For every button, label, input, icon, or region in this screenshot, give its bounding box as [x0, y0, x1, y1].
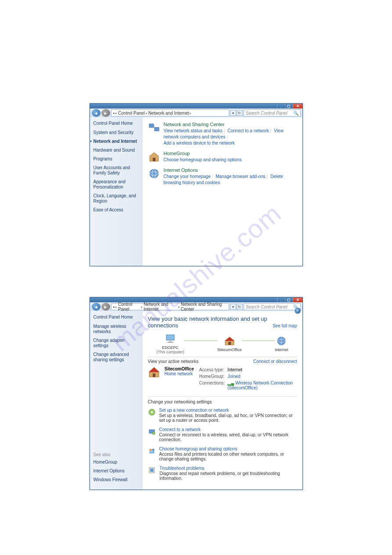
node-name: EDGEPC — [157, 345, 184, 350]
svg-rect-19 — [153, 374, 155, 377]
sidebar-item-network-internet[interactable]: Network and Internet — [94, 139, 139, 144]
chevron-right-icon: ▸ — [115, 111, 117, 115]
forward-button[interactable]: ► — [101, 303, 110, 311]
search-input[interactable]: Search Control Panel 🔍 — [244, 109, 301, 116]
sidebar-item-clock-language[interactable]: Clock, Language, and Region — [94, 193, 139, 204]
dropdown-button[interactable]: ▾ — [230, 304, 236, 310]
minimize-button[interactable]: _ — [277, 297, 285, 302]
node-internet: Internet — [275, 335, 288, 352]
task-troubleshoot[interactable]: Troubleshoot problems — [160, 466, 297, 471]
search-input[interactable]: Search Control Panel 🔍 — [244, 303, 301, 310]
see-full-map-link[interactable]: See full map — [273, 323, 297, 328]
link-add-wireless[interactable]: Add a wireless device to the network — [164, 141, 235, 145]
sidebar-item-programs[interactable]: Programs — [94, 156, 139, 162]
svg-rect-9 — [169, 340, 172, 342]
homegroup-icon — [148, 151, 160, 163]
back-button[interactable]: ◄ — [92, 303, 101, 311]
refresh-button[interactable]: ↻ — [237, 304, 243, 310]
sidebar-item-system-security[interactable]: System and Security — [94, 130, 139, 135]
sidebar-home[interactable]: Control Panel Home — [94, 121, 139, 126]
node-name: Internet — [275, 348, 288, 352]
task-desc: Connect or reconnect to a wireless, wire… — [159, 432, 297, 442]
link-view-status[interactable]: View network status and tasks — [164, 128, 223, 133]
task-homegroup-sharing[interactable]: Choose homegroup and sharing options — [159, 446, 297, 451]
link-choose-homegroup[interactable]: Choose homegroup and sharing options — [164, 157, 242, 162]
minimize-button[interactable]: _ — [277, 104, 285, 109]
crumb-network-internet[interactable]: Network and Internet — [148, 111, 189, 116]
control-panel-window-1: _ ▢ ✕ ◄ ► ▪︎ ▸ Control Panel ▸ Network a… — [90, 103, 303, 266]
close-button[interactable]: ✕ — [293, 297, 302, 302]
sidebar-item-manage-wireless[interactable]: Manage wireless networks — [94, 324, 139, 334]
sidebar-home[interactable]: Control Panel Home — [94, 315, 139, 319]
breadcrumb[interactable]: ▪︎ ▸ Control Panel ▸ Network and Interne… — [111, 109, 229, 116]
connection-line — [184, 341, 217, 341]
active-network-name: SitecomOffice — [165, 366, 194, 371]
network-sharing-icon — [148, 122, 160, 134]
search-placeholder: Search Control Panel — [246, 111, 288, 116]
task-connect-network[interactable]: Connect to a network — [159, 427, 297, 432]
dropdown-button[interactable]: ▾ — [230, 110, 236, 116]
crumb-control-panel[interactable]: Control Panel — [118, 302, 140, 312]
crumb-sharing-center[interactable]: Network and Sharing Center — [181, 302, 227, 312]
cat-network-sharing-center[interactable]: Network and Sharing Center — [164, 122, 297, 127]
internet-options-icon — [148, 167, 160, 180]
see-also-homegroup[interactable]: HomeGroup — [94, 460, 128, 465]
network-properties: Access type:Internet HomeGroup:Joined Co… — [198, 366, 297, 392]
connection-line — [242, 341, 275, 341]
sidebar: Control Panel Home System and Security N… — [90, 117, 143, 266]
svg-rect-27 — [150, 468, 154, 472]
connect-network-icon — [148, 427, 156, 436]
link-connect-network[interactable]: Connect to a network — [227, 128, 269, 133]
link-manage-addons[interactable]: Manage browser add-ons — [216, 174, 265, 179]
help-icon[interactable]: ? — [295, 308, 301, 314]
see-also-heading: See also — [94, 452, 128, 457]
titlebar: _ ▢ ✕ — [90, 104, 302, 109]
prop-connections-link[interactable]: ▂▄ Wireless Network Connection (SitecomO… — [227, 381, 296, 391]
homegroup-sharing-icon — [148, 446, 156, 455]
network-type-link[interactable]: Home network — [165, 371, 194, 376]
sidebar-item-appearance[interactable]: Appearance and Personalization — [94, 179, 139, 190]
chevron-right-icon: ▸ — [115, 305, 117, 309]
main-content: Network and Sharing Center View network … — [143, 117, 302, 266]
forward-button[interactable]: ► — [101, 109, 110, 117]
breadcrumb[interactable]: ▪︎ ▸ Control Panel ▸ Network and Interne… — [111, 303, 229, 310]
see-also-windows-firewall[interactable]: Windows Firewall — [94, 477, 128, 482]
sidebar-item-adapter-settings[interactable]: Change adapter settings — [94, 338, 139, 348]
cat-internet-options[interactable]: Internet Options — [164, 167, 297, 173]
change-settings-heading: Change your networking settings — [148, 396, 297, 404]
sidebar-item-advanced-sharing[interactable]: Change advanced sharing settings — [94, 352, 139, 363]
sidebar-item-ease-of-access[interactable]: Ease of Access — [94, 207, 139, 213]
crumb-control-panel[interactable]: Control Panel — [118, 111, 145, 116]
svg-rect-8 — [166, 335, 174, 340]
close-button[interactable]: ✕ — [293, 104, 302, 109]
active-network-panel: SitecomOffice Home network Access type:I… — [148, 366, 297, 392]
cat-homegroup[interactable]: HomeGroup — [164, 151, 297, 156]
link-change-homepage[interactable]: Change your homepage — [164, 174, 211, 179]
svg-rect-10 — [167, 342, 173, 343]
crumb-network-internet[interactable]: Network and Internet — [144, 302, 177, 312]
task-setup-connection[interactable]: Set up a new connection or network — [159, 408, 297, 413]
svg-rect-13 — [228, 342, 231, 345]
sidebar-item-user-accounts[interactable]: User Accounts and Family Safety — [94, 165, 139, 176]
node-this-computer: EDGEPC (This computer) — [157, 333, 184, 354]
task-desc: Access files and printers located on oth… — [159, 452, 297, 461]
prop-label: HomeGroup: — [199, 374, 227, 380]
svg-point-5 — [150, 169, 158, 178]
search-icon[interactable]: 🔍 — [293, 111, 298, 116]
back-button[interactable]: ◄ — [92, 109, 101, 117]
refresh-button[interactable]: ↻ — [237, 110, 243, 116]
address-bar: ◄ ► ▪︎ ▸ Control Panel ▸ Network and Int… — [90, 109, 302, 117]
prop-homegroup-link[interactable]: Joined — [227, 374, 296, 380]
svg-point-22 — [152, 432, 155, 435]
globe-icon — [275, 335, 288, 347]
connect-disconnect-link[interactable]: Connect or disconnect — [253, 359, 297, 364]
setup-connection-icon — [148, 408, 156, 417]
svg-point-23 — [149, 449, 152, 451]
maximize-button[interactable]: ▢ — [285, 104, 293, 109]
sidebar-item-hardware-sound[interactable]: Hardware and Sound — [94, 148, 139, 153]
node-sublabel: (This computer) — [157, 350, 184, 354]
see-also-internet-options[interactable]: Internet Options — [94, 468, 128, 474]
maximize-button[interactable]: ▢ — [285, 297, 293, 302]
svg-marker-18 — [149, 367, 159, 372]
svg-marker-12 — [225, 337, 234, 341]
